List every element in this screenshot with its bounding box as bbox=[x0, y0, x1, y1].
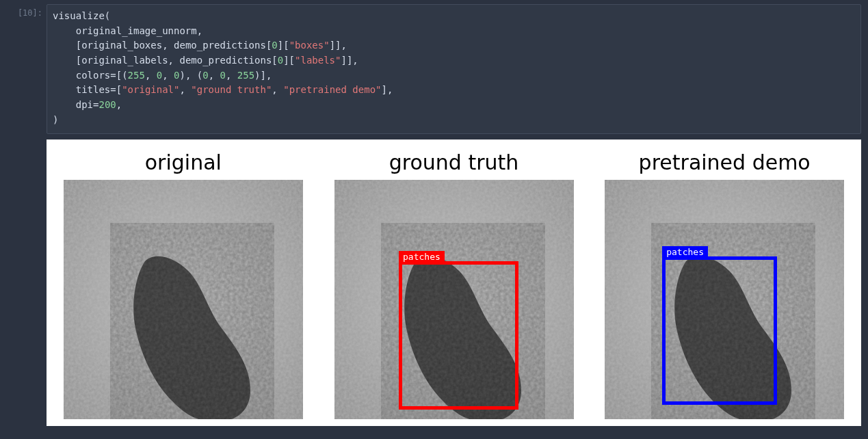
bounding-box: patches bbox=[399, 261, 518, 410]
panel-image bbox=[64, 180, 303, 419]
notebook: [10]: visualize( original_image_unnorm, … bbox=[0, 0, 868, 439]
panel-image: patches bbox=[605, 180, 844, 419]
panel-image: patches bbox=[334, 180, 574, 419]
bounding-box-label: patches bbox=[399, 251, 445, 263]
cell-prompt: [10]: bbox=[7, 4, 47, 18]
figure: originalground truthpatchespretrained de… bbox=[47, 139, 861, 426]
bounding-box: patches bbox=[662, 256, 777, 405]
bounding-box-label: patches bbox=[662, 246, 708, 258]
panel-title: original bbox=[145, 150, 222, 174]
figure-panel: original bbox=[55, 150, 312, 419]
panel-title: ground truth bbox=[389, 150, 519, 174]
panel-title: pretrained demo bbox=[639, 150, 811, 174]
figure-panel: ground truthpatches bbox=[326, 150, 583, 419]
code-cell: [10]: visualize( original_image_unnorm, … bbox=[7, 4, 861, 134]
figure-panel: pretrained demopatches bbox=[596, 150, 853, 419]
cell-output: originalground truthpatchespretrained de… bbox=[47, 139, 861, 426]
code-editor[interactable]: visualize( original_image_unnorm, [origi… bbox=[47, 4, 861, 134]
